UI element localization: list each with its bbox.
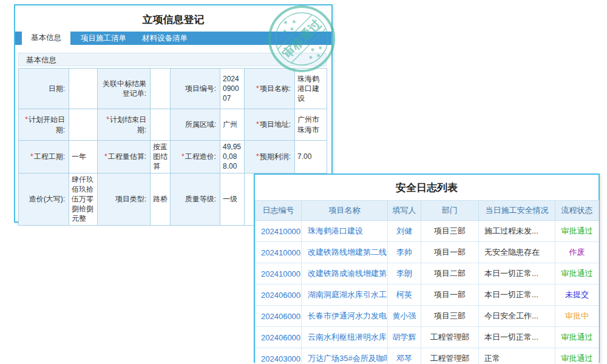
form-row: *计划开始日期: *计划结束日期: 所属区域: 广州 *项目地址: 广州市珠海市 — [19, 109, 327, 141]
required-mark: * — [106, 115, 109, 124]
status-badge: 未提交 — [555, 285, 599, 306]
field-label-date: 日期: — [19, 69, 69, 109]
col-safety-status: 当日施工安全情况 — [479, 201, 555, 221]
field-label-cost: *工程造价: — [171, 141, 220, 174]
col-department: 部门 — [421, 201, 479, 221]
writer-link[interactable]: 李帅 — [396, 248, 412, 257]
writer-link[interactable]: 刘健 — [396, 226, 412, 235]
field-label-region: 所属区域: — [171, 109, 220, 141]
safety-note-cell: 无安全隐患存在 — [479, 242, 555, 263]
field-value-plan-end — [151, 109, 171, 141]
log-id-link[interactable]: 2024030001 — [261, 354, 302, 363]
status-badge: 审批中 — [555, 306, 599, 327]
required-mark: * — [181, 152, 185, 161]
department-cell: 工程管理部 — [421, 348, 479, 364]
log-id-link[interactable]: 2024060004 — [261, 291, 302, 300]
field-label-project-type: 项目类型: — [98, 173, 151, 225]
field-value-cost-in-words: 肆仟玖佰玖拾伍万零捌拾捌元整 — [69, 173, 98, 225]
safety-note-cell: 本日一切正常... — [479, 285, 555, 306]
tab-construction-list[interactable]: 项目施工清单 — [73, 32, 134, 45]
col-log-id: 日志编号 — [256, 201, 302, 221]
writer-link[interactable]: 邓琴 — [396, 354, 412, 363]
tab-basic-info[interactable]: 基本信息 — [22, 30, 70, 45]
table-header-row: 日志编号 项目名称 填写人 部门 当日施工安全情况 流程状态 — [256, 201, 599, 221]
form-row: *工程工期: 一年 *工程量估算: 按蓝图结算 *工程造价: 49,950,08… — [19, 141, 327, 174]
project-name-link[interactable]: 湖南洞庭湖水库引水工... — [308, 290, 388, 299]
table-row: 2024100001 改建铁路成渝线增建第... 李朗 项目二部 本日一切正常.… — [256, 263, 599, 285]
form-row: 日期: 关联中标结果登记单: 项目编号: 2024090007 *项目名称: 珠… — [19, 69, 327, 109]
writer-link[interactable]: 李朗 — [396, 269, 412, 278]
status-badge: 作废 — [555, 242, 599, 263]
status-badge: 审批通过 — [555, 221, 599, 242]
field-label-project-name: *项目名称: — [245, 69, 295, 109]
safety-log-panel: 安全日志列表 日志编号 项目名称 填写人 部门 当日施工安全情况 流程状态 20… — [254, 174, 600, 363]
log-id-link[interactable]: 2024060003 — [261, 312, 302, 321]
table-row: 2024060004 湖南洞庭湖水库引水工... 柯英 项目一部 本日一切正常.… — [256, 285, 599, 306]
writer-link[interactable]: 柯英 — [396, 290, 412, 299]
safety-note-cell: 正常 — [479, 348, 555, 364]
field-value-quality-grade: 一级 — [220, 173, 245, 225]
field-label-cost-in-words: 造价(大写): — [19, 173, 69, 225]
department-cell: 项目三部 — [421, 306, 479, 327]
tab-material-equipment-list[interactable]: 材料设备清单 — [134, 32, 195, 45]
department-cell: 工程管理部 — [421, 327, 479, 348]
log-id-link[interactable]: 2024100003 — [261, 227, 302, 236]
department-cell: 项目二部 — [421, 263, 479, 285]
field-value-duration: 一年 — [69, 141, 98, 174]
safety-note-cell: 施工过程未发... — [479, 221, 555, 242]
required-mark: * — [104, 152, 107, 161]
log-id-link[interactable]: 2024100001 — [261, 269, 302, 278]
table-row: 2024100003 珠海鹤港口建设 刘健 项目三部 施工过程未发... 审批通… — [256, 221, 599, 242]
field-label-plan-start: *计划开始日期: — [19, 109, 69, 141]
page-title: 立项信息登记 — [15, 13, 331, 27]
field-value-bid-result — [151, 69, 171, 109]
project-name-link[interactable]: 珠海鹤港口建设 — [308, 226, 363, 235]
section-title: 基本信息 — [18, 53, 327, 66]
log-id-link[interactable]: 2024100002 — [261, 248, 302, 257]
safety-note-cell: 本日一切正常... — [479, 327, 555, 348]
safety-log-title: 安全日志列表 — [255, 175, 599, 200]
safety-note-cell: 今日安全工作... — [479, 306, 555, 327]
field-value-project-no: 2024090007 — [220, 69, 245, 109]
field-label-duration: *工程工期: — [19, 141, 69, 174]
field-value-expected-profit: 7.00 — [295, 141, 327, 174]
status-badge: 审批通过 — [555, 263, 599, 285]
log-id-link[interactable]: 2024060002 — [261, 333, 302, 342]
field-value-quantity-estimate: 按蓝图结算 — [151, 141, 171, 174]
department-cell: 项目一部 — [421, 242, 479, 263]
department-cell: 项目三部 — [421, 221, 479, 242]
col-flow-status: 流程状态 — [555, 201, 599, 221]
project-name-link[interactable]: 云南水利枢纽潜明水库... — [308, 332, 388, 342]
col-project-name: 项目名称 — [302, 201, 388, 221]
table-row: 2024100002 改建铁路线增建第二线... 李帅 项目一部 无安全隐患存在… — [256, 242, 599, 263]
field-value-region: 广州 — [220, 109, 245, 141]
safety-log-table: 日志编号 项目名称 填写人 部门 当日施工安全情况 流程状态 202410000… — [255, 200, 599, 364]
status-badge: 审批通过 — [555, 348, 599, 364]
table-row: 2024060002 云南水利枢纽潜明水库... 胡学辉 工程管理部 本日一切正… — [256, 327, 599, 348]
required-mark: * — [256, 152, 259, 161]
project-name-link[interactable]: 长春市伊通河水力发电... — [308, 311, 388, 320]
field-label-expected-profit: *预期利润: — [245, 141, 295, 174]
project-name-link[interactable]: 改建铁路成渝线增建第... — [308, 269, 388, 278]
field-label-quality-grade: 质量等级: — [171, 173, 220, 225]
status-badge: 审批通过 — [555, 327, 599, 348]
writer-link[interactable]: 黄小强 — [393, 311, 416, 320]
field-value-project-name: 珠海鹤港口建设 — [295, 69, 327, 109]
field-value-date — [69, 69, 98, 109]
department-cell: 项目一部 — [421, 285, 479, 306]
field-value-project-type: 路桥 — [151, 173, 171, 225]
writer-link[interactable]: 胡学辉 — [393, 332, 416, 342]
safety-note-cell: 本日一切正常... — [479, 263, 555, 285]
field-label-project-no: 项目编号: — [171, 69, 220, 109]
field-label-bid-result: 关联中标结果登记单: — [98, 69, 151, 109]
field-label-quantity-estimate: *工程量估算: — [98, 141, 151, 174]
field-label-plan-end: *计划结束日期: — [98, 109, 151, 141]
required-mark: * — [30, 152, 33, 161]
field-label-address: *项目地址: — [245, 109, 295, 141]
field-value-address: 广州市珠海市 — [295, 109, 327, 141]
project-name-link[interactable]: 改建铁路线增建第二线... — [308, 248, 388, 257]
project-name-link[interactable]: 万达广场35#会所及咖啡... — [308, 354, 388, 363]
tab-bar: 基本信息 项目施工清单 材料设备清单 — [15, 32, 331, 45]
required-mark: * — [256, 84, 259, 93]
table-row: 2024060003 长春市伊通河水力发电... 黄小强 项目三部 今日安全工作… — [256, 306, 599, 327]
